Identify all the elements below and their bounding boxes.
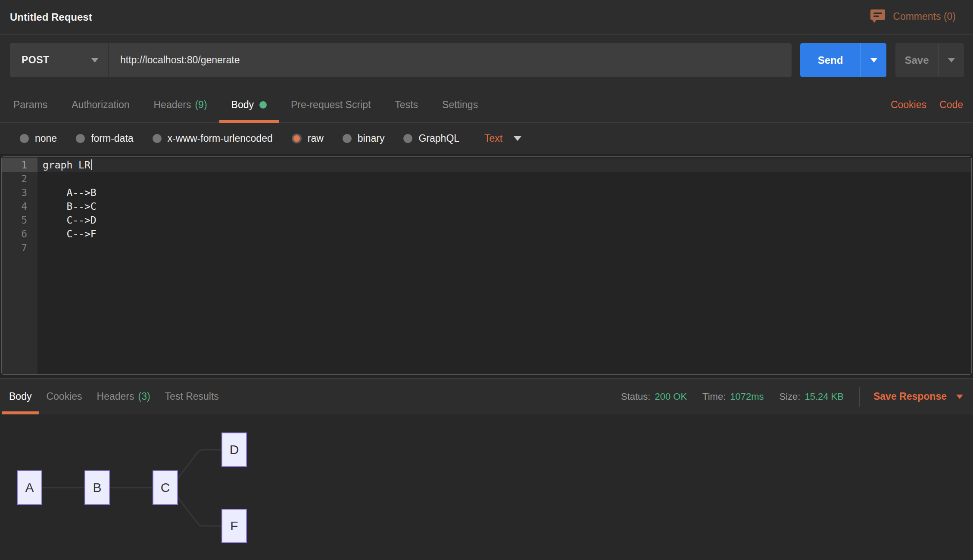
tab-headers[interactable]: Headers (9) [142,87,219,123]
raw-format-value: Text [484,133,502,144]
body-type-options: none form-data x-www-form-urlencoded raw… [20,123,521,154]
url-bar: POST http://localhost:80/generate [10,43,792,77]
graph-node-A: A [17,470,42,505]
request-row: POST http://localhost:80/generate Send S… [0,35,973,87]
editor-gutter: 1 2 3 4 5 6 7 [2,157,37,374]
response-tab-body[interactable]: Body [2,379,39,414]
request-title: Untitled Request [10,11,92,23]
edge-C-F [178,498,221,526]
line-number: 7 [2,241,37,255]
method-dropdown[interactable]: POST [10,43,109,77]
body-modified-dot [259,101,267,109]
graph-node-B: B [84,470,110,505]
line-number: 4 [2,199,37,213]
tab-authorization[interactable]: Authorization [59,87,141,123]
chevron-down-icon [956,395,963,399]
active-tab-underline [219,120,279,123]
body-type-radio-x-www-form-urlencoded[interactable]: x-www-form-urlencoded [153,133,273,144]
save-options-caret[interactable] [938,43,964,77]
size-label: Size: [780,391,801,402]
response-headers-count: (3) [138,391,150,402]
body-type-radio-graphql[interactable]: GraphQL [403,133,459,144]
chevron-down-icon [870,58,877,62]
save-response-button[interactable]: Save Response [873,391,963,402]
status-value: 200 OK [655,391,687,402]
raw-format-dropdown[interactable]: Text [484,133,521,144]
tab-pre-request-script[interactable]: Pre-request Script [279,87,383,123]
line-number: 5 [2,213,37,227]
comment-icon [870,9,885,23]
tab-params[interactable]: Params [1,87,59,123]
tab-body[interactable]: Body [219,87,279,123]
body-type-radio-raw[interactable]: raw [292,133,324,144]
radio-selected-icon [292,134,302,143]
graph-node-F: F [221,509,247,543]
body-type-radio-binary[interactable]: binary [343,133,385,144]
save-button-label[interactable]: Save [895,43,938,77]
graph-node-D: D [221,432,247,467]
radio-icon [153,134,162,143]
radio-icon [403,134,412,143]
request-links: Cookies Code [891,87,963,123]
line-number: 6 [2,227,37,241]
response-tab-test-results[interactable]: Test Results [158,379,226,414]
radio-icon [20,134,29,143]
url-input[interactable]: http://localhost:80/generate [109,43,792,77]
code-editor[interactable]: 1 2 3 4 5 6 7 graph LR A-->B B-->C C-->D… [1,156,972,375]
response-body: A B C D F [0,415,973,560]
code-line: A-->B [37,186,971,199]
code-link[interactable]: Code [939,99,963,111]
code-line: B-->C [37,199,971,213]
text-cursor [91,159,92,170]
active-tab-underline [2,411,39,414]
send-button-label[interactable]: Send [800,43,861,77]
time-label: Time: [702,391,726,402]
editor-content[interactable]: graph LR A-->B B-->C C-->D C-->F [37,157,971,374]
radio-icon [76,134,85,143]
cookies-link[interactable]: Cookies [891,99,926,111]
send-options-caret[interactable] [861,43,886,77]
response-tab-cookies[interactable]: Cookies [39,379,89,414]
body-type-radio-none[interactable]: none [20,133,57,144]
body-type-radio-form-data[interactable]: form-data [76,133,133,144]
chevron-down-icon [948,58,955,62]
top-bar: Untitled Request Comments (0) [0,0,973,35]
comments-button[interactable]: Comments (0) [870,9,956,23]
body-type-row: none form-data x-www-form-urlencoded raw… [0,123,973,154]
headers-count: (9) [195,99,207,111]
time-value: 1072ms [730,391,764,402]
request-tabs-row: Params Authorization Headers (9) Body Pr… [0,87,973,123]
chevron-down-icon [514,136,521,141]
request-body-editor-area: 1 2 3 4 5 6 7 graph LR A-->B B-->C C-->D… [0,154,973,378]
code-line [37,172,971,186]
tab-settings[interactable]: Settings [430,87,490,123]
code-line: C-->F [37,227,971,241]
response-header-row: Body Cookies Headers (3) Test Results St… [0,378,973,414]
comments-label: Comments (0) [893,11,956,22]
code-line: graph LR [37,158,971,172]
method-label: POST [22,54,50,66]
request-tabs: Params Authorization Headers (9) Body Pr… [1,87,490,123]
response-tab-headers[interactable]: Headers (3) [90,379,158,414]
line-number: 1 [2,158,37,172]
edge-C-D [178,450,221,478]
divider [859,387,860,407]
tab-tests[interactable]: Tests [383,87,430,123]
radio-icon [343,134,352,143]
graph-node-C: C [153,470,178,505]
status-label: Status: [621,391,650,402]
save-button[interactable]: Save [895,43,964,77]
line-number: 2 [2,172,37,186]
send-button[interactable]: Send [800,43,886,77]
graph-edges [0,415,302,560]
line-number: 3 [2,186,37,199]
response-meta: Status: 200 OK Time: 1072ms Size: 15.24 … [621,379,963,414]
response-tabs: Body Cookies Headers (3) Test Results [2,379,226,414]
code-line [37,241,971,255]
code-line: C-->D [37,213,971,227]
chevron-down-icon [91,58,99,62]
size-value: 15.24 KB [805,391,844,402]
